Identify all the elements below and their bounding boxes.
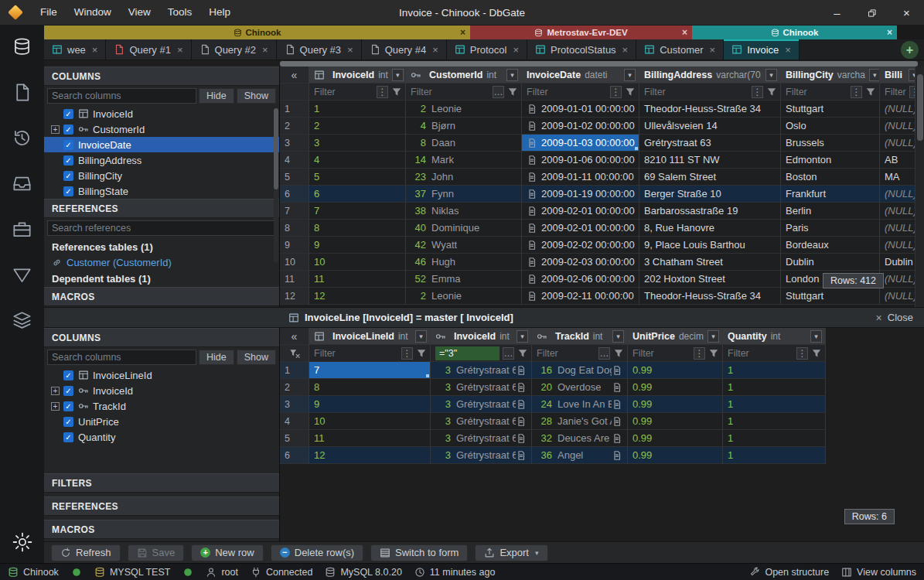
filter-input-invoiceid[interactable]: Filter⋮ (309, 84, 406, 101)
grid-cell[interactable]: 2009-01-02 00:00:00 (522, 118, 639, 135)
grid-cell[interactable]: 2009-01-03 00:00:00 (522, 135, 639, 152)
column-header-invoicedate[interactable]: InvoiceDatedateti▾ (522, 67, 639, 84)
grid-cell[interactable]: 0.99 (628, 413, 723, 430)
panel-scrollbar[interactable] (274, 108, 278, 263)
filter-menu-icon[interactable]: ⋮ (752, 86, 763, 98)
column-header-customerid[interactable]: CustomerIdint▾ (406, 67, 522, 84)
tab-query-2[interactable]: Query #2× (192, 39, 277, 60)
columns-section-header[interactable]: COLUMNS (44, 67, 279, 86)
grid-cell[interactable]: 28Janie's Got A (532, 413, 628, 430)
row-number-cell[interactable]: 5 (280, 169, 309, 186)
filter-menu-icon[interactable]: … (503, 347, 514, 360)
checkbox[interactable]: ✓ (63, 417, 73, 427)
row-number-cell[interactable]: 7 (280, 203, 309, 220)
grid-cell[interactable]: Theodor-Heuss-Straße 34 (639, 101, 781, 118)
column-menu-icon[interactable]: ▾ (506, 69, 518, 81)
grid-cell[interactable]: 0.99 (628, 447, 723, 464)
tab-close-icon[interactable]: × (710, 44, 716, 56)
column-item-unitprice[interactable]: ✓UnitPrice (44, 414, 279, 429)
connected-status[interactable]: Connected (251, 567, 312, 578)
tab-group-0[interactable]: Chinook× (44, 26, 470, 39)
references-section-header[interactable]: REFERENCES (44, 199, 279, 218)
filter-menu-icon[interactable]: ⋮ (851, 86, 862, 98)
tab-group-2[interactable]: Chinook× (692, 26, 897, 39)
column-header-quantity[interactable]: Quantityint▾ (723, 328, 826, 345)
grid-cell[interactable]: 2 (309, 118, 406, 135)
expander-icon[interactable]: + (51, 125, 60, 134)
grid-cell[interactable]: Boston (781, 169, 880, 186)
row-number-cell[interactable]: 12 (280, 288, 309, 305)
grid-cell[interactable]: 1 (723, 396, 826, 413)
close-button[interactable]: × (889, 0, 924, 26)
row-number-cell[interactable]: 6 (280, 186, 309, 203)
row-number-cell[interactable]: 9 (280, 237, 309, 254)
tab-close-icon[interactable]: × (432, 44, 438, 56)
grid-cell[interactable]: Edmonton (781, 152, 880, 169)
column-menu-icon[interactable]: ▾ (765, 69, 777, 81)
grid-cell[interactable]: Stuttgart (781, 101, 880, 118)
menu-file[interactable]: File (32, 0, 66, 25)
grid-cell[interactable]: 1 (309, 101, 406, 118)
column-header-invoiceid[interactable]: InvoiceIdint▾ (431, 328, 532, 345)
grid-cell[interactable]: 40Dominique (406, 220, 522, 237)
grid-cell[interactable]: 5 (309, 169, 406, 186)
column-header-billingcity[interactable]: BillingCityvarcha▾ (781, 67, 880, 84)
grid-cell[interactable]: 23John (406, 169, 522, 186)
row-number-cell[interactable]: 11 (280, 271, 309, 288)
settings-button[interactable] (0, 532, 44, 552)
filter-menu-icon[interactable]: ⋮ (796, 347, 808, 360)
column-item-billingstate[interactable]: ✓BillingState (44, 183, 279, 199)
restore-button[interactable] (854, 0, 889, 26)
column-item-trackid[interactable]: +✓TrackId (44, 398, 279, 414)
references-section-header[interactable]: REFERENCES (44, 496, 279, 516)
row-number-cell[interactable]: 4 (280, 152, 309, 169)
status-indicator-status[interactable] (182, 567, 193, 578)
row-number-cell[interactable]: 2 (280, 118, 309, 135)
column-menu-icon[interactable]: ▾ (612, 330, 624, 343)
grid-cell[interactable]: 2009-01-11 00:00:00 (522, 169, 639, 186)
column-item-invoiceid[interactable]: ✓InvoiceId (44, 106, 279, 121)
tab-group-close-icon[interactable]: × (460, 26, 465, 39)
grid-cell[interactable]: 0.99 (628, 362, 723, 379)
checkbox[interactable]: ✓ (63, 186, 73, 196)
filter-menu-icon[interactable]: … (493, 86, 504, 98)
grid-cell[interactable]: 8Daan (406, 135, 522, 152)
grid-cell[interactable]: 1 (723, 430, 826, 447)
column-menu-icon[interactable]: ▾ (707, 330, 719, 343)
filter-input-customerid[interactable]: Filter… (406, 84, 522, 101)
grid-cell[interactable]: 9, Place Louis Barthou (639, 237, 781, 254)
row-number-cell[interactable]: 3 (280, 135, 309, 152)
row-number-cell[interactable]: 1 (280, 101, 309, 118)
grid-cell[interactable]: 1 (723, 447, 826, 464)
tab-customer[interactable]: Customer× (636, 39, 724, 60)
tab-invoice[interactable]: Invoice× (724, 39, 800, 60)
tab-group-1[interactable]: Metrostav-Evr-DEV× (470, 26, 692, 39)
checkbox[interactable]: ✓ (63, 386, 73, 396)
scrollbar-thumb[interactable] (280, 61, 918, 67)
row-number-cell[interactable]: 2 (280, 379, 309, 396)
export-button[interactable]: Export▾ (475, 544, 547, 561)
tab-close-icon[interactable]: × (785, 44, 791, 56)
grid-cell[interactable]: 8210 111 ST NW (639, 152, 781, 169)
checkbox[interactable]: ✓ (63, 140, 73, 150)
row-number-cell[interactable]: 5 (280, 430, 309, 447)
grid-cell[interactable]: 16Dog Eat Dog (532, 362, 628, 379)
grid-cell[interactable]: 0.99 (628, 430, 723, 447)
filter-input-quantity[interactable]: Filter⋮ (723, 345, 826, 362)
grid-cell[interactable]: 42Wyatt (406, 237, 522, 254)
grid-cell[interactable]: Frankfurt (781, 186, 880, 203)
root-status[interactable]: root (206, 567, 238, 578)
tab-close-icon[interactable]: × (513, 44, 519, 56)
sidebar-item-database[interactable] (0, 32, 44, 61)
tab-protocolstatus[interactable]: ProtocolStatus× (527, 39, 636, 60)
mysql-8-0-20-status[interactable]: MySQL 8.0.20 (325, 567, 401, 578)
filter-menu-icon[interactable]: ⋮ (694, 347, 705, 360)
checkbox[interactable]: ✓ (63, 401, 73, 411)
new-row-button[interactable]: +New row (191, 544, 264, 561)
column-item-invoiceid[interactable]: +✓InvoiceId (44, 383, 279, 398)
hide-button[interactable]: Hide (199, 350, 234, 365)
row-number-cell[interactable]: 1 (280, 362, 309, 379)
grid-cell[interactable]: 10 (309, 254, 406, 271)
grid-cell[interactable]: 7 (309, 362, 431, 379)
grid-cell[interactable]: 8 (309, 379, 431, 396)
